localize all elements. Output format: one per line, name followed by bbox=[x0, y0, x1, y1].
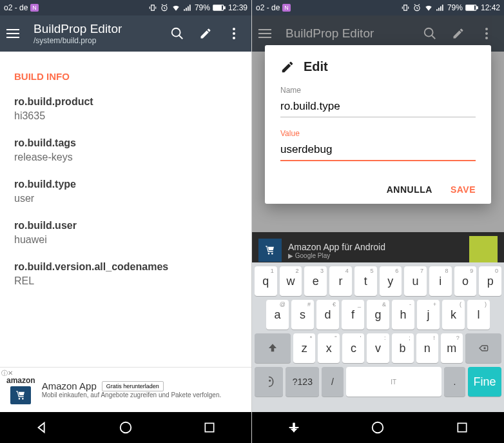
key-d[interactable]: d€ bbox=[316, 300, 339, 330]
home-button[interactable] bbox=[117, 419, 134, 436]
property-list[interactable]: BUILD INFO ro.build.producthi3635 ro.bui… bbox=[0, 52, 251, 367]
nav-bar bbox=[252, 412, 504, 443]
key-m[interactable]: m? bbox=[441, 333, 463, 363]
screen-list-view: o2 - de N 79% 12:39 BuildProp Editor /sy… bbox=[0, 0, 252, 443]
battery-label: 79% bbox=[447, 3, 463, 12]
ad-subtitle: Mobil einkaufen, auf Angebote zugreifen … bbox=[42, 391, 245, 399]
cart-icon bbox=[258, 239, 282, 262]
key-c[interactable]: c' bbox=[342, 333, 364, 363]
key-o[interactable]: o9 bbox=[454, 266, 477, 296]
key-n[interactable]: n! bbox=[416, 333, 438, 363]
svg-rect-10 bbox=[467, 6, 474, 10]
slash-key[interactable]: / bbox=[322, 367, 343, 397]
soft-keyboard: q1w2e3r4t5y6u7i8o9p0 a@s#d€f_g&h-j+k(l) … bbox=[252, 262, 504, 412]
value-label: Value bbox=[280, 129, 476, 138]
done-key[interactable]: Fine bbox=[468, 367, 501, 397]
emoji-key[interactable] bbox=[255, 367, 283, 397]
alarm-icon bbox=[160, 3, 169, 12]
space-key[interactable]: IT bbox=[346, 367, 441, 397]
list-item[interactable]: ro.build.producthi3635 bbox=[14, 96, 237, 122]
vibrate-icon bbox=[148, 3, 157, 12]
svg-point-5 bbox=[121, 422, 131, 433]
period-key[interactable]: . bbox=[444, 367, 465, 397]
key-e[interactable]: e3 bbox=[304, 266, 327, 296]
edit-dialog: Edit Name Value ANNULLA SAVE bbox=[265, 45, 491, 204]
ad-cta-button[interactable]: Gratis herunterladen bbox=[102, 381, 164, 391]
list-item[interactable]: ro.build.typeuser bbox=[14, 179, 237, 204]
key-a[interactable]: a@ bbox=[266, 300, 289, 330]
key-x[interactable]: x" bbox=[318, 333, 340, 363]
svg-rect-9 bbox=[476, 6, 478, 8]
home-button[interactable] bbox=[369, 419, 386, 436]
ad-title: Amazon App bbox=[42, 380, 97, 391]
name-field[interactable] bbox=[280, 97, 476, 117]
notification-badge: N bbox=[30, 4, 39, 12]
ad-banner[interactable]: ⓘ✕ amazon Amazon App Gratis herunterlade… bbox=[0, 367, 251, 412]
list-item[interactable]: ro.build.tagsrelease-keys bbox=[14, 137, 237, 163]
cancel-button[interactable]: ANNULLA bbox=[387, 184, 432, 195]
key-y[interactable]: y6 bbox=[380, 266, 402, 296]
screen-edit-dialog: o2 - de N 79% 12:42 BuildProp Editor Ama… bbox=[252, 0, 504, 443]
search-icon[interactable] bbox=[170, 26, 184, 41]
recent-button[interactable] bbox=[201, 419, 218, 436]
key-v[interactable]: v: bbox=[367, 333, 389, 363]
key-q[interactable]: q1 bbox=[255, 266, 277, 296]
wifi-icon bbox=[424, 3, 433, 12]
ad-title: Amazon App für Android bbox=[288, 242, 469, 252]
key-j[interactable]: j+ bbox=[417, 300, 440, 330]
symbols-key[interactable]: ?123 bbox=[286, 367, 319, 397]
nav-bar bbox=[0, 412, 251, 443]
key-z[interactable]: z* bbox=[293, 333, 315, 363]
backspace-key[interactable] bbox=[465, 333, 501, 363]
status-bar: o2 - de N 79% 12:42 bbox=[252, 0, 504, 15]
app-subtitle: /system/build.prop bbox=[34, 36, 122, 45]
carrier-label: o2 - de bbox=[256, 3, 280, 12]
edit-icon[interactable] bbox=[199, 26, 213, 41]
back-button[interactable] bbox=[286, 419, 302, 436]
menu-icon[interactable] bbox=[6, 26, 22, 41]
download-icon[interactable] bbox=[469, 236, 498, 264]
svg-rect-14 bbox=[458, 423, 466, 431]
key-f[interactable]: f_ bbox=[342, 300, 364, 330]
svg-rect-2 bbox=[224, 6, 225, 8]
key-h[interactable]: h- bbox=[392, 300, 414, 330]
list-item[interactable]: ro.build.version.all_codenamesREL bbox=[14, 261, 237, 287]
section-header: BUILD INFO bbox=[14, 71, 237, 82]
ad-subtitle: ▶ Google Play bbox=[288, 252, 469, 259]
key-w[interactable]: w2 bbox=[280, 266, 302, 296]
key-g[interactable]: g& bbox=[367, 300, 389, 330]
back-button[interactable] bbox=[34, 419, 50, 436]
svg-point-13 bbox=[373, 422, 383, 433]
battery-label: 79% bbox=[195, 3, 210, 12]
svg-point-12 bbox=[269, 380, 271, 382]
key-u[interactable]: u7 bbox=[404, 266, 427, 296]
status-bar: o2 - de N 79% 12:39 bbox=[0, 0, 251, 15]
key-s[interactable]: s# bbox=[291, 300, 314, 330]
name-label: Name bbox=[280, 86, 476, 95]
shift-key[interactable] bbox=[255, 333, 291, 363]
clock-label: 12:42 bbox=[481, 3, 500, 12]
ad-logo: amazon bbox=[6, 376, 35, 404]
key-t[interactable]: t5 bbox=[354, 266, 377, 296]
key-i[interactable]: i8 bbox=[429, 266, 452, 296]
svg-rect-3 bbox=[214, 6, 222, 10]
key-p[interactable]: p0 bbox=[479, 266, 501, 296]
value-field[interactable] bbox=[280, 141, 476, 161]
key-b[interactable]: b; bbox=[392, 333, 414, 363]
svg-point-4 bbox=[172, 28, 180, 37]
signal-icon bbox=[183, 3, 192, 12]
notification-badge: N bbox=[282, 4, 291, 12]
list-item[interactable]: ro.build.userhuawei bbox=[14, 220, 237, 246]
signal-icon bbox=[436, 3, 445, 12]
app-toolbar: BuildProp Editor /system/build.prop bbox=[0, 15, 251, 52]
key-r[interactable]: r4 bbox=[329, 266, 352, 296]
recent-button[interactable] bbox=[454, 419, 470, 436]
app-title: BuildProp Editor bbox=[34, 22, 122, 36]
key-l[interactable]: l) bbox=[467, 300, 490, 330]
save-button[interactable]: SAVE bbox=[451, 184, 476, 195]
svg-rect-6 bbox=[205, 423, 213, 431]
overflow-icon[interactable] bbox=[227, 26, 241, 41]
key-k[interactable]: k( bbox=[442, 300, 465, 330]
clock-label: 12:39 bbox=[228, 3, 247, 12]
ad-close-icon[interactable]: ⓘ✕ bbox=[1, 369, 13, 378]
